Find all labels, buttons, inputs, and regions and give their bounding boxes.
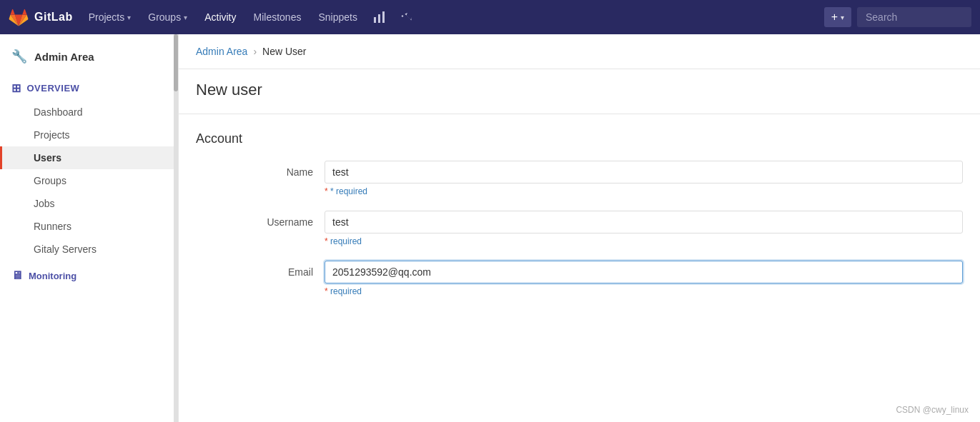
admin-wrench-sidebar-icon: 🔧	[11, 49, 27, 64]
username-input[interactable]	[325, 211, 963, 233]
gitlab-logo-area[interactable]: GitLab	[9, 7, 73, 27]
gitlab-logo-text: GitLab	[34, 11, 73, 24]
svg-rect-1	[378, 14, 380, 23]
search-input[interactable]	[857, 7, 971, 27]
main-content: Admin Area › New User New user Account N…	[179, 34, 980, 422]
sidebar-monitoring-section[interactable]: 🖥 Monitoring	[0, 261, 178, 288]
nav-activity-label: Activity	[204, 11, 236, 23]
topnav-right: + ▾	[824, 7, 971, 27]
projects-chevron-icon: ▾	[127, 14, 131, 21]
email-field: * required	[325, 261, 963, 296]
nav-milestones[interactable]: Milestones	[247, 9, 309, 26]
sidebar-monitoring-label: Monitoring	[29, 271, 76, 281]
name-field: * * required	[325, 161, 963, 196]
sidebar-item-dashboard[interactable]: Dashboard	[0, 101, 178, 124]
sidebar-admin-title: Admin Area	[34, 51, 94, 63]
admin-wrench-icon[interactable]	[395, 8, 419, 26]
breadcrumb-parent[interactable]: Admin Area	[196, 46, 247, 57]
monitoring-icon: 🖥	[11, 269, 23, 282]
nav-groups-label: Groups	[148, 11, 181, 23]
sidebar-item-jobs[interactable]: Jobs	[0, 192, 178, 215]
email-label: Email	[196, 261, 325, 278]
page-title-section: New user	[179, 69, 980, 114]
sidebar-overview-label: Overview	[27, 83, 80, 94]
sidebar-overview-section[interactable]: ⊞ Overview	[0, 76, 178, 101]
form-section-title: Account	[196, 131, 963, 146]
sidebar-item-runners[interactable]: Runners	[0, 215, 178, 238]
groups-chevron-icon: ▾	[184, 14, 187, 21]
plus-chevron-icon: ▾	[841, 14, 844, 21]
sidebar-admin-header: 🔧 Admin Area	[0, 43, 178, 76]
sidebar-item-users[interactable]: Users	[0, 146, 178, 169]
name-input[interactable]	[325, 161, 963, 184]
sidebar-item-projects[interactable]: Projects	[0, 124, 178, 146]
name-required: * * required	[325, 186, 963, 196]
top-navigation: GitLab Projects ▾ Groups ▾ Activity Mile…	[0, 0, 980, 34]
gitlab-logo-icon	[9, 7, 29, 27]
sidebar-item-groups[interactable]: Groups	[0, 169, 178, 192]
nav-snippets-label: Snippets	[318, 11, 357, 23]
chart-icon[interactable]	[367, 8, 392, 26]
sidebar: 🔧 Admin Area ⊞ Overview Dashboard Projec…	[0, 34, 179, 422]
main-layout: 🔧 Admin Area ⊞ Overview Dashboard Projec…	[0, 34, 980, 422]
nav-projects-label: Projects	[89, 11, 125, 23]
svg-rect-2	[382, 11, 385, 23]
nav-groups[interactable]: Groups ▾	[141, 9, 194, 26]
sidebar-scrollbar	[174, 34, 178, 422]
username-field-row: Username * required	[196, 211, 963, 246]
new-item-button[interactable]: + ▾	[824, 7, 851, 27]
svg-rect-0	[374, 17, 376, 23]
plus-icon: +	[831, 11, 838, 24]
email-required: * required	[325, 286, 963, 296]
nav-milestones-label: Milestones	[254, 11, 302, 23]
username-field: * required	[325, 211, 963, 246]
name-label: Name	[196, 161, 325, 178]
nav-projects[interactable]: Projects ▾	[81, 9, 139, 26]
username-required: * required	[325, 236, 963, 246]
name-field-row: Name * * required	[196, 161, 963, 196]
page-title: New user	[196, 81, 963, 99]
username-label: Username	[196, 211, 325, 228]
overview-grid-icon: ⊞	[11, 81, 21, 95]
breadcrumb-current: New User	[262, 46, 306, 57]
breadcrumb-separator: ›	[253, 46, 257, 57]
nav-activity[interactable]: Activity	[197, 9, 243, 26]
email-input[interactable]	[325, 261, 963, 283]
email-field-row: Email * required	[196, 261, 963, 296]
sidebar-item-gitaly-servers[interactable]: Gitaly Servers	[0, 238, 178, 261]
breadcrumb: Admin Area › New User	[179, 34, 980, 69]
nav-snippets[interactable]: Snippets	[311, 9, 364, 26]
new-user-form: Account Name * * required Username	[179, 114, 980, 328]
